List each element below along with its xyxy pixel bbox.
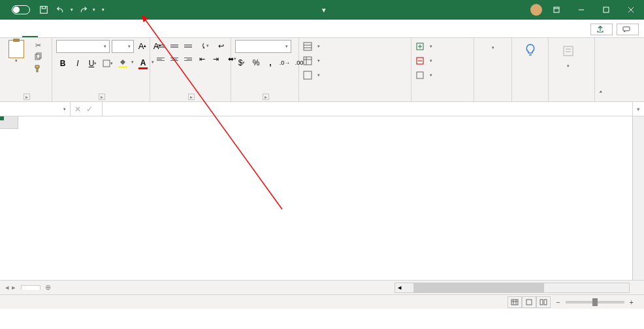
paste-icon bbox=[8, 40, 24, 58]
svg-rect-16 bbox=[526, 300, 532, 305]
editing-button[interactable]: ▾ bbox=[478, 40, 507, 50]
accounting-format-icon[interactable]: $▾ bbox=[235, 56, 248, 69]
ribbon: ▾ ✂ ▸ ▾ ▾ A▴ A▾ B I U▾ ▾ ▾ A bbox=[0, 38, 644, 102]
ideas-icon bbox=[523, 43, 538, 58]
insert-cells-button[interactable]: ▾ bbox=[415, 40, 432, 53]
expand-formula-bar-icon[interactable]: ▾ bbox=[632, 102, 644, 116]
close-icon[interactable] bbox=[620, 2, 641, 18]
normal-view-icon[interactable] bbox=[507, 296, 522, 308]
border-button[interactable]: ▾ bbox=[101, 57, 114, 70]
svg-rect-17 bbox=[540, 300, 543, 305]
page-break-view-icon[interactable] bbox=[536, 296, 551, 308]
wrap-text-icon[interactable]: ↩ bbox=[214, 40, 227, 52]
maximize-icon[interactable] bbox=[596, 2, 617, 18]
percent-format-icon[interactable]: % bbox=[250, 56, 263, 69]
save-icon[interactable] bbox=[37, 3, 51, 17]
share-button[interactable] bbox=[590, 24, 613, 35]
add-sheet-icon[interactable]: ⊕ bbox=[40, 283, 55, 292]
comments-button[interactable] bbox=[617, 24, 639, 35]
sheet-tab-bar: ◂ ▸ ⊕ ◂ bbox=[0, 280, 644, 294]
svg-rect-5 bbox=[37, 53, 41, 58]
font-size-combo[interactable]: ▾ bbox=[112, 40, 134, 53]
tab-home[interactable] bbox=[22, 29, 38, 37]
number-launcher-icon[interactable]: ▸ bbox=[263, 94, 269, 100]
autosave-switch-off[interactable] bbox=[12, 5, 30, 14]
font-launcher-icon[interactable]: ▸ bbox=[99, 94, 105, 100]
align-left-icon[interactable] bbox=[154, 53, 167, 65]
horizontal-scrollbar[interactable]: ◂ bbox=[394, 283, 630, 293]
svg-rect-15 bbox=[511, 300, 518, 305]
delete-cells-button[interactable]: ▾ bbox=[415, 54, 432, 67]
alignment-launcher-icon[interactable]: ▸ bbox=[188, 94, 195, 100]
sensitivity-icon bbox=[560, 43, 576, 58]
tab-review[interactable] bbox=[101, 31, 116, 37]
tab-view[interactable] bbox=[116, 31, 132, 37]
zoom-slider[interactable] bbox=[566, 301, 624, 303]
autosave-toggle[interactable] bbox=[5, 5, 34, 14]
tab-page-layout[interactable] bbox=[54, 31, 69, 37]
zoom-out-icon[interactable]: − bbox=[556, 298, 560, 306]
italic-button[interactable]: I bbox=[71, 57, 84, 70]
filename-dropdown-icon[interactable]: ▾ bbox=[322, 6, 326, 14]
svg-rect-3 bbox=[623, 27, 630, 31]
svg-rect-12 bbox=[417, 72, 423, 78]
undo-dropdown-icon[interactable]: ▾ bbox=[71, 7, 73, 12]
comma-format-icon[interactable]: , bbox=[264, 56, 277, 69]
svg-rect-6 bbox=[103, 60, 110, 67]
format-painter-icon[interactable] bbox=[32, 63, 44, 74]
sheet-next-icon[interactable]: ▸ bbox=[12, 283, 16, 292]
format-cells-button[interactable]: ▾ bbox=[415, 69, 432, 82]
align-bottom-icon[interactable] bbox=[182, 40, 195, 52]
increase-indent-icon[interactable]: ⇥ bbox=[209, 53, 222, 65]
tab-insert[interactable] bbox=[38, 31, 54, 37]
formula-input[interactable] bbox=[103, 102, 632, 116]
name-box[interactable]: ▾ bbox=[0, 102, 71, 116]
ribbon-display-options-icon[interactable] bbox=[546, 2, 567, 18]
minimize-icon[interactable] bbox=[571, 2, 592, 18]
status-bar: − + bbox=[0, 294, 644, 309]
enter-formula-icon[interactable]: ✓ bbox=[86, 105, 93, 114]
avatar[interactable] bbox=[530, 4, 542, 16]
align-center-icon[interactable] bbox=[168, 53, 181, 65]
format-as-table-button[interactable]: ▾ bbox=[303, 54, 320, 67]
vertical-scrollbar[interactable] bbox=[632, 116, 644, 280]
redo-icon[interactable] bbox=[76, 3, 90, 17]
conditional-formatting-button[interactable]: ▾ bbox=[303, 40, 320, 53]
clipboard-launcher-icon[interactable]: ▸ bbox=[24, 94, 30, 100]
increase-font-icon[interactable]: A▴ bbox=[136, 40, 149, 52]
increase-decimal-icon[interactable]: .0→ bbox=[278, 56, 291, 69]
sheet-tab-sheet1[interactable] bbox=[21, 285, 40, 290]
orientation-icon[interactable]: ⤹▾ bbox=[195, 40, 214, 52]
decrease-indent-icon[interactable]: ⇤ bbox=[195, 53, 208, 65]
tab-help[interactable] bbox=[132, 31, 148, 37]
tab-formulas[interactable] bbox=[69, 31, 85, 37]
number-format-combo[interactable]: ▾ bbox=[235, 40, 291, 53]
undo-icon[interactable] bbox=[54, 3, 68, 17]
align-right-icon[interactable] bbox=[182, 53, 195, 65]
align-top-icon[interactable] bbox=[154, 40, 167, 52]
spreadsheet-grid[interactable] bbox=[0, 116, 644, 280]
tab-data[interactable] bbox=[85, 31, 101, 37]
qat-customize-icon[interactable]: ▾ bbox=[102, 7, 105, 12]
zoom-in-icon[interactable]: + bbox=[630, 298, 634, 306]
ideas-button[interactable] bbox=[516, 40, 544, 61]
cut-icon[interactable]: ✂ bbox=[32, 40, 44, 50]
bold-button[interactable]: B bbox=[56, 57, 69, 70]
copy-icon[interactable] bbox=[32, 52, 44, 62]
collapse-ribbon-icon[interactable]: ˄ bbox=[594, 38, 606, 101]
font-color-button[interactable]: A▾ bbox=[137, 57, 150, 70]
fill-color-button[interactable]: ▾ bbox=[116, 57, 129, 70]
cell-styles-button[interactable]: ▾ bbox=[303, 69, 320, 82]
font-name-combo[interactable]: ▾ bbox=[56, 40, 110, 53]
svg-rect-7 bbox=[304, 43, 312, 50]
svg-rect-18 bbox=[544, 300, 547, 305]
paste-button[interactable]: ▾ bbox=[4, 40, 29, 63]
align-middle-icon[interactable] bbox=[168, 40, 181, 52]
tab-file[interactable] bbox=[7, 31, 22, 37]
underline-button[interactable]: U▾ bbox=[86, 57, 99, 70]
sheet-prev-icon[interactable]: ◂ bbox=[5, 283, 9, 292]
redo-dropdown-icon[interactable]: ▾ bbox=[93, 7, 95, 12]
paste-dropdown-icon[interactable]: ▾ bbox=[15, 58, 18, 63]
page-layout-view-icon[interactable] bbox=[522, 296, 536, 308]
cancel-formula-icon[interactable]: ✕ bbox=[74, 105, 81, 114]
